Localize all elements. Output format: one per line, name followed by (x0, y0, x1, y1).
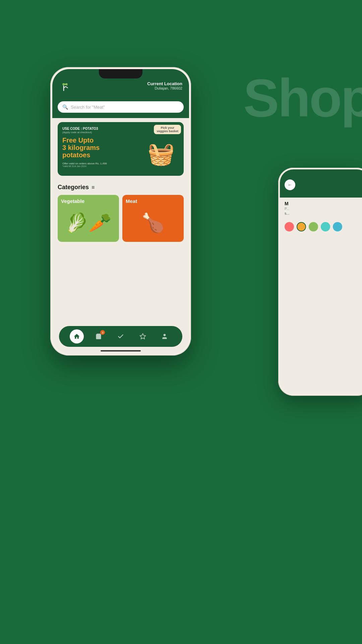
banner-title-line2: 3 kilograms (62, 144, 100, 151)
swatch-orange[interactable] (297, 222, 306, 231)
nav-profile[interactable] (158, 329, 172, 343)
product-info: M P... s... (280, 198, 362, 219)
background-text: Shop (243, 67, 362, 129)
categories-header: Categories ≡ (58, 184, 184, 191)
banner-validity: *valid till 31st Jan 2024 (62, 165, 129, 167)
search-placeholder: Search for "Meat" (71, 105, 105, 110)
category-meat-image: 🍗 (122, 204, 184, 242)
main-phone: Current Location Duliajan, 786602 🔍 Sear… (50, 67, 191, 356)
notch (99, 69, 142, 78)
category-veg-label: Vegetable (58, 195, 119, 204)
categories-section: Categories ≡ Vegetable 🥬🥕 Meat (52, 180, 189, 245)
product-price: s... (285, 211, 362, 215)
color-swatches (280, 219, 362, 235)
location-label: Current Location (147, 81, 182, 86)
swatch-blue[interactable] (333, 222, 342, 231)
secondary-phone-frame: ← M P... s... (278, 168, 362, 396)
swatch-red[interactable] (285, 222, 294, 231)
app-logo (59, 81, 73, 93)
swatch-teal[interactable] (321, 222, 330, 231)
banner-right: Pick yourveggies basket 🧺 (133, 122, 184, 176)
nav-orders[interactable] (114, 329, 128, 343)
phone-frame: Current Location Duliajan, 786602 🔍 Sear… (50, 67, 191, 356)
banner-left: USE CODE : POTATO3 (Apply code at checko… (58, 122, 133, 176)
bottom-nav: 2 (59, 326, 182, 347)
svg-point-1 (164, 334, 166, 336)
phone-inner: Current Location Duliajan, 786602 🔍 Sear… (52, 69, 189, 354)
categories-title: Categories (58, 184, 89, 191)
category-meat[interactable]: Meat 🍗 (122, 195, 184, 242)
nav-home[interactable] (70, 329, 84, 343)
app-logo-icon (59, 81, 71, 93)
banner-title-line1: Free Upto (62, 137, 94, 144)
banner-section: USE CODE : POTATO3 (Apply code at checko… (52, 118, 189, 180)
cart-badge: 2 (100, 330, 105, 335)
product-name: M (285, 201, 362, 206)
category-vegetable[interactable]: Vegetable 🥬🥕 (58, 195, 119, 242)
banner-card[interactable]: USE CODE : POTATO3 (Apply code at checko… (58, 122, 184, 176)
banner-code: USE CODE : POTATO3 (62, 127, 129, 130)
secondary-phone: ← M P... s... (278, 168, 362, 396)
search-icon: 🔍 (62, 104, 68, 110)
swatch-green[interactable] (309, 222, 318, 231)
search-container: 🔍 Search for "Meat" (52, 99, 189, 118)
location-value: Duliajan, 786602 (147, 86, 182, 90)
banner-offer: Offer valid on orders above Rs. 1,499 (62, 162, 129, 165)
basket-image: 🧺 (141, 136, 181, 172)
banner-subcode: (Apply code at checkout) (62, 131, 129, 134)
category-veg-image: 🥬🥕 (58, 204, 119, 242)
category-meat-label: Meat (122, 195, 184, 204)
home-indicator (101, 350, 141, 352)
secondary-header: ← (280, 169, 362, 198)
pick-veggies-badge: Pick yourveggies basket (154, 125, 181, 134)
banner-title: Free Upto 3 kilograms potatoes (62, 137, 129, 159)
menu-icon: ≡ (92, 184, 95, 191)
product-sub: P... (285, 207, 362, 211)
nav-offers[interactable] (136, 329, 150, 343)
search-bar[interactable]: 🔍 Search for "Meat" (58, 101, 184, 113)
secondary-phone-inner: ← M P... s... (280, 169, 362, 394)
location-info: Current Location Duliajan, 786602 (147, 81, 182, 90)
back-button[interactable]: ← (285, 179, 295, 190)
banner-title-line3: potatoes (62, 151, 90, 159)
categories-grid: Vegetable 🥬🥕 Meat 🍗 (58, 195, 184, 242)
nav-cart[interactable]: 2 (92, 329, 106, 343)
